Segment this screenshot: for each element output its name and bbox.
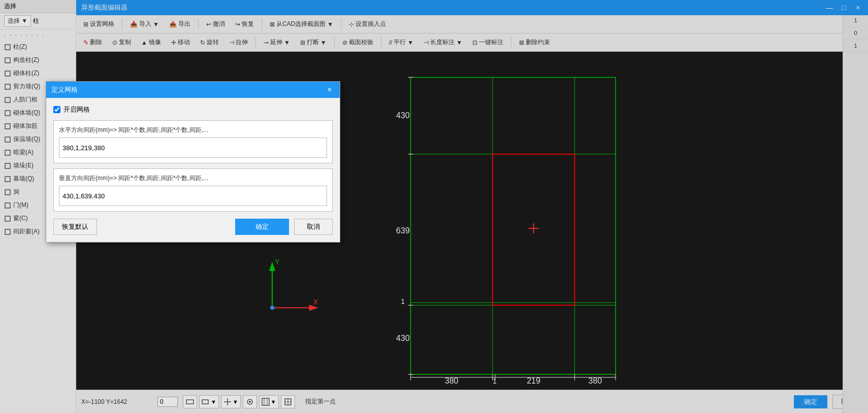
vertical-label: 垂直方向间距(mm)=> 间距*个数,间距,间距*个数,间距,... (59, 174, 327, 183)
define-grid-dialog: 定义网格 × 开启网格 水平方向间距(mm)=> 间距*个数,间距,间距*个数,… (46, 81, 340, 243)
dialog-action-buttons: 确定 取消 (235, 219, 333, 235)
vertical-section: 垂直方向间距(mm)=> 间距*个数,间距,间距*个数,间距,... (53, 168, 333, 212)
horizontal-input[interactable] (59, 137, 327, 158)
enable-grid-label[interactable]: 开启网格 (63, 105, 90, 114)
dialog-titlebar: 定义网格 × (46, 82, 340, 98)
modal-overlay: 定义网格 × 开启网格 水平方向间距(mm)=> 间距*个数,间距,间距*个数,… (0, 0, 868, 413)
dialog-title: 定义网格 (51, 85, 78, 94)
dialog-buttons: 恢复默认 确定 取消 (53, 219, 333, 235)
restore-default-button[interactable]: 恢复默认 (53, 219, 97, 235)
enable-grid-checkbox[interactable] (53, 106, 60, 113)
dialog-cancel-button[interactable]: 取消 (294, 219, 333, 235)
enable-grid-row: 开启网格 (53, 105, 333, 114)
dialog-ok-button[interactable]: 确定 (235, 219, 289, 235)
horizontal-label: 水平方向间距(mm)=> 间距*个数,间距,间距*个数,间距,... (59, 126, 327, 134)
dialog-body: 开启网格 水平方向间距(mm)=> 间距*个数,间距,间距*个数,间距,... … (46, 98, 340, 242)
vertical-input[interactable] (59, 186, 327, 206)
dialog-close-button[interactable]: × (325, 85, 335, 95)
horizontal-section: 水平方向间距(mm)=> 间距*个数,间距,间距*个数,间距,... (53, 120, 333, 163)
